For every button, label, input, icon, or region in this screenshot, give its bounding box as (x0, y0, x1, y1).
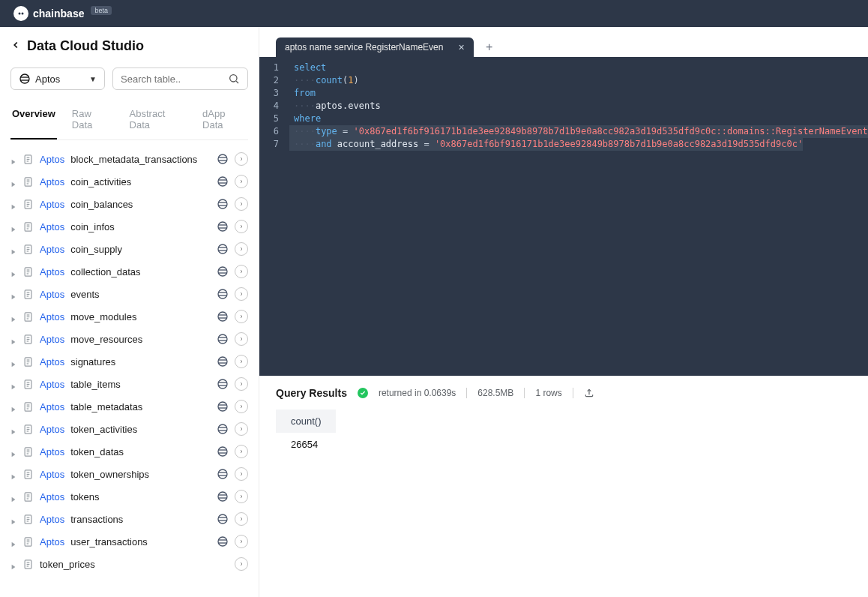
table-row[interactable]: Aptosuser_transactions (10, 530, 248, 553)
expand-triangle-icon[interactable] (10, 268, 16, 274)
expand-triangle-icon[interactable] (10, 381, 16, 387)
app-header: chainbase beta (0, 0, 868, 27)
tab-abstract-data[interactable]: Abstract Data (128, 100, 188, 140)
table-chain-label: Aptos (40, 199, 64, 210)
chevron-right-icon[interactable] (235, 512, 248, 526)
svg-point-1 (22, 13, 24, 15)
expand-triangle-icon[interactable] (10, 426, 16, 432)
chevron-right-icon[interactable] (235, 557, 248, 571)
table-name-label: tokens (70, 491, 99, 502)
chevron-right-icon[interactable] (235, 310, 248, 323)
expand-triangle-icon[interactable] (10, 336, 16, 342)
expand-triangle-icon[interactable] (10, 516, 16, 522)
table-row[interactable]: Aptosevents (10, 283, 248, 305)
expand-triangle-icon[interactable] (10, 494, 16, 500)
chevron-right-icon[interactable] (235, 197, 248, 211)
expand-triangle-icon[interactable] (10, 201, 16, 207)
chevron-right-icon[interactable] (235, 355, 248, 368)
svg-point-52 (218, 267, 227, 276)
search-field[interactable] (112, 68, 248, 90)
brand-logo[interactable]: chainbase beta (13, 6, 112, 21)
table-row[interactable]: Aptostransactions (10, 508, 248, 530)
chevron-right-icon[interactable] (235, 152, 248, 166)
chevron-right-icon[interactable] (235, 400, 248, 413)
table-name-label: events (70, 289, 99, 300)
table-name-label: coin_infos (70, 221, 115, 232)
table-row[interactable]: Aptossignatures (10, 350, 248, 373)
chevron-right-icon[interactable] (235, 422, 248, 436)
add-tab-button[interactable]: + (480, 38, 499, 57)
chevron-right-icon[interactable] (235, 242, 248, 256)
table-row[interactable]: Aptosblock_metadata_transactions (10, 148, 248, 170)
table-row[interactable]: Aptostoken_ownerships (10, 463, 248, 485)
results-size: 628.5MB (477, 388, 513, 398)
table-chain-label: Aptos (40, 311, 64, 322)
tab-raw-data[interactable]: Raw Data (70, 100, 115, 140)
table-chain-label: Aptos (40, 221, 64, 232)
aptos-icon (217, 243, 229, 255)
chevron-right-icon[interactable] (235, 535, 248, 548)
table-icon (22, 559, 34, 570)
sidebar-tabs: OverviewRaw DataAbstract DatadApp Data (10, 100, 248, 140)
table-row[interactable]: Aptosmove_modules (10, 305, 248, 328)
chevron-right-icon[interactable] (235, 377, 248, 391)
chevron-right-icon[interactable] (235, 445, 248, 458)
chevron-right-icon[interactable] (235, 220, 248, 233)
export-icon[interactable] (584, 388, 594, 398)
expand-triangle-icon[interactable] (10, 404, 16, 410)
expand-triangle-icon[interactable] (10, 538, 16, 544)
line-number: 4 (259, 100, 289, 112)
table-icon (22, 289, 34, 300)
table-row[interactable]: Aptostable_metadatas (10, 395, 248, 418)
table-row[interactable]: Aptostoken_activities (10, 418, 248, 440)
expand-triangle-icon[interactable] (10, 178, 16, 184)
code-editor[interactable]: 1select 2····count(1) 3from 4····aptos.e… (259, 57, 868, 376)
logo-mark-icon (13, 6, 28, 21)
svg-marker-63 (12, 317, 16, 322)
chevron-right-icon[interactable] (235, 265, 248, 278)
table-row[interactable]: Aptosmove_resources (10, 328, 248, 350)
expand-triangle-icon[interactable] (10, 246, 16, 252)
expand-triangle-icon[interactable] (10, 448, 16, 454)
table-row[interactable]: Aptostokens (10, 485, 248, 508)
svg-point-92 (218, 380, 227, 388)
search-input[interactable] (121, 74, 240, 85)
expand-triangle-icon[interactable] (10, 471, 16, 477)
svg-point-44 (218, 244, 227, 254)
code-number: 1 (348, 75, 353, 86)
expand-triangle-icon[interactable] (10, 314, 16, 320)
expand-triangle-icon[interactable] (10, 156, 16, 162)
table-row[interactable]: Aptoscollection_datas (10, 260, 248, 283)
svg-marker-79 (12, 362, 16, 367)
tab-overview[interactable]: Overview (10, 100, 57, 140)
table-row[interactable]: Aptostable_items (10, 373, 248, 395)
expand-triangle-icon[interactable] (10, 291, 16, 297)
table-row[interactable]: Aptoscoin_activities (10, 170, 248, 193)
table-row[interactable]: Aptoscoin_balances (10, 193, 248, 215)
back-icon[interactable] (10, 40, 21, 52)
chevron-right-icon[interactable] (235, 490, 248, 503)
chain-selector[interactable]: Aptos ▼ (10, 68, 105, 90)
svg-point-140 (218, 514, 227, 524)
table-name-label: collection_datas (70, 266, 140, 278)
chevron-right-icon[interactable] (235, 287, 248, 301)
svg-point-116 (218, 447, 227, 456)
close-icon[interactable]: × (458, 41, 464, 53)
table-row[interactable]: Aptoscoin_infos (10, 215, 248, 238)
tab-dapp-data[interactable]: dApp Data (201, 100, 248, 140)
search-icon (228, 73, 240, 85)
table-row[interactable]: Aptoscoin_supply (10, 238, 248, 260)
chevron-right-icon[interactable] (235, 332, 248, 346)
table-row[interactable]: token_prices (10, 553, 248, 575)
table-row[interactable]: Aptostoken_datas (10, 440, 248, 463)
table-icon (22, 356, 34, 368)
aptos-icon (19, 73, 31, 85)
chevron-right-icon[interactable] (235, 175, 248, 188)
expand-triangle-icon[interactable] (10, 561, 16, 567)
query-tab[interactable]: aptos name service RegisterNameEven × (276, 38, 474, 57)
svg-point-20 (218, 177, 227, 186)
expand-triangle-icon[interactable] (10, 358, 16, 364)
expand-triangle-icon[interactable] (10, 224, 16, 230)
chevron-right-icon[interactable] (235, 467, 248, 481)
table-chain-label: Aptos (40, 469, 64, 480)
